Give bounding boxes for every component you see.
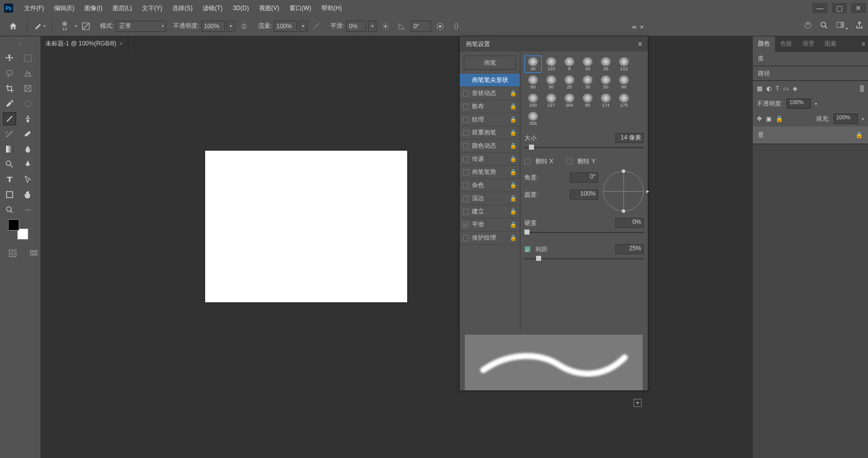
eraser-tool[interactable]: [21, 127, 34, 141]
brush-settings-toggle-icon[interactable]: [80, 20, 92, 32]
size-input[interactable]: 14 像素: [615, 133, 644, 143]
brush-tool[interactable]: [3, 112, 16, 125]
history-brush-tool[interactable]: [3, 127, 16, 141]
window-minimize-button[interactable]: —: [812, 3, 828, 13]
angle-roundness-control[interactable]: ▸: [603, 171, 644, 211]
menu-layer[interactable]: 图层(L): [108, 0, 137, 16]
brush-preset-8[interactable]: 8: [561, 56, 578, 73]
brush-option-checkbox[interactable]: [463, 156, 469, 162]
blur-tool[interactable]: [21, 143, 34, 156]
brush-preset-112[interactable]: 112: [615, 56, 633, 73]
brush-preset-127[interactable]: 127: [543, 92, 560, 109]
menu-filter[interactable]: 滤镜(T): [198, 0, 227, 16]
dodge-tool[interactable]: [3, 158, 16, 171]
window-close-button[interactable]: ✕: [851, 3, 866, 13]
brush-option-checkbox[interactable]: [463, 169, 469, 175]
layer-opacity-input[interactable]: 100%: [787, 99, 811, 109]
lock-icon[interactable]: 🔒: [510, 182, 517, 189]
brush-option-0[interactable]: 画笔笔尖形状: [460, 74, 520, 87]
size-slider[interactable]: [524, 145, 644, 151]
brush-preset-picker[interactable]: 14: [58, 19, 72, 33]
gradient-tool[interactable]: [3, 143, 16, 156]
layer-filter-smart-icon[interactable]: ◈: [793, 85, 797, 92]
menu-window[interactable]: 窗口(W): [284, 0, 316, 16]
panel-tab-swatches[interactable]: 色板: [775, 36, 797, 52]
brush-preset-60[interactable]: 60: [615, 74, 633, 91]
hardness-input[interactable]: 0%: [615, 218, 644, 228]
brush-preset-30[interactable]: 30: [579, 74, 596, 91]
fgbg-swatch[interactable]: [8, 214, 28, 240]
flow-dropdown[interactable]: ▾: [299, 21, 307, 32]
brush-preset-175[interactable]: 175: [615, 92, 633, 109]
lock-icon[interactable]: 🔒: [510, 235, 517, 241]
lock-icon[interactable]: 🔒: [510, 143, 517, 149]
lock-position-icon[interactable]: ✥: [757, 115, 762, 122]
brush-preset-80[interactable]: 80: [579, 92, 596, 109]
layer-fill-input[interactable]: 100%: [834, 114, 858, 124]
healing-tool[interactable]: [21, 97, 34, 110]
brush-option-checkbox[interactable]: [463, 143, 469, 149]
flow-input[interactable]: 100%: [274, 21, 297, 32]
panel-collapse-icon[interactable]: ≪: [632, 24, 637, 30]
brush-preset-50[interactable]: 50: [597, 74, 614, 91]
screenmode-icon[interactable]: [27, 247, 40, 260]
spacing-checkbox[interactable]: ✓: [524, 246, 531, 252]
brush-option-checkbox[interactable]: ✓: [463, 222, 469, 228]
brush-preset-100[interactable]: 100: [524, 92, 542, 109]
brush-angle-input[interactable]: 0°: [570, 172, 598, 182]
pressure-opacity-icon[interactable]: [238, 20, 250, 32]
tool-preset-icon[interactable]: ▾: [34, 20, 46, 32]
menu-select[interactable]: 选择(S): [167, 0, 198, 16]
brush-preset-25[interactable]: 25: [597, 56, 614, 73]
symmetry-icon[interactable]: [450, 20, 462, 32]
brush-preset-284[interactable]: 284: [561, 92, 578, 109]
brush-preset-123[interactable]: 123: [543, 56, 560, 73]
eyedropper-tool[interactable]: [3, 97, 16, 110]
brush-option-checkbox[interactable]: [463, 209, 469, 215]
pen-tool[interactable]: [21, 158, 34, 171]
document-tab[interactable]: 未标题-1 @ 100%(RGB/8) ×: [40, 36, 128, 51]
lock-icon[interactable]: 🔒: [510, 103, 517, 110]
brush-option-5[interactable]: 颜色动态🔒: [460, 140, 520, 153]
clone-stamp-tool[interactable]: [21, 112, 34, 125]
brush-preset-50[interactable]: 50: [543, 74, 560, 91]
menu-edit[interactable]: 编辑(E): [49, 0, 79, 16]
window-maximize-button[interactable]: ▢: [832, 3, 847, 13]
frame-tool[interactable]: [21, 82, 34, 95]
new-brush-icon[interactable]: +: [634, 399, 642, 407]
spacing-slider[interactable]: [524, 256, 644, 262]
menu-type[interactable]: 文字(Y): [137, 0, 167, 16]
menu-help[interactable]: 帮助(H): [316, 0, 347, 16]
brush-option-2[interactable]: 散布🔒: [460, 100, 520, 113]
brush-option-10[interactable]: 建立🔒: [460, 205, 520, 218]
menu-file[interactable]: 文件(F): [19, 0, 49, 16]
share-icon[interactable]: [855, 21, 864, 31]
panel-menu-icon[interactable]: ≡: [858, 40, 868, 48]
panel-tab-gradients[interactable]: 渐变: [797, 36, 819, 52]
menu-view[interactable]: 视图(V): [254, 0, 284, 16]
panel-tab-paths[interactable]: 路径: [753, 66, 868, 80]
panel-tab-patterns[interactable]: 图案: [819, 36, 842, 52]
lock-all-icon[interactable]: 🔒: [776, 115, 783, 122]
panel-close-icon[interactable]: ✕: [640, 24, 644, 30]
layer-background[interactable]: 景 🔒: [753, 126, 868, 144]
brush-option-4[interactable]: 双重画笔🔒: [460, 126, 520, 140]
hand-tool[interactable]: [21, 188, 34, 201]
brush-preset-174[interactable]: 174: [597, 92, 614, 109]
foreground-color-swatch[interactable]: [8, 219, 19, 231]
brush-preset-30[interactable]: 30: [524, 56, 542, 73]
lock-icon[interactable]: 🔒: [510, 195, 517, 202]
brush-preset-60[interactable]: 60: [524, 74, 542, 91]
panel-tab-libraries[interactable]: 库: [753, 52, 868, 66]
opacity-dropdown[interactable]: ▾: [227, 21, 235, 32]
canvas[interactable]: [205, 151, 407, 302]
blend-mode-dropdown[interactable]: 正常: [116, 21, 166, 32]
lock-icon[interactable]: 🔒: [510, 116, 517, 123]
lock-icon[interactable]: 🔒: [510, 90, 517, 97]
layer-filter-pixel-icon[interactable]: ▦: [757, 85, 762, 92]
roundness-input[interactable]: 100%: [570, 190, 598, 200]
flipx-checkbox[interactable]: [524, 158, 531, 164]
layer-lock-icon[interactable]: 🔒: [855, 131, 863, 139]
menu-image[interactable]: 图像(I): [79, 0, 107, 16]
brush-option-checkbox[interactable]: [463, 235, 469, 241]
